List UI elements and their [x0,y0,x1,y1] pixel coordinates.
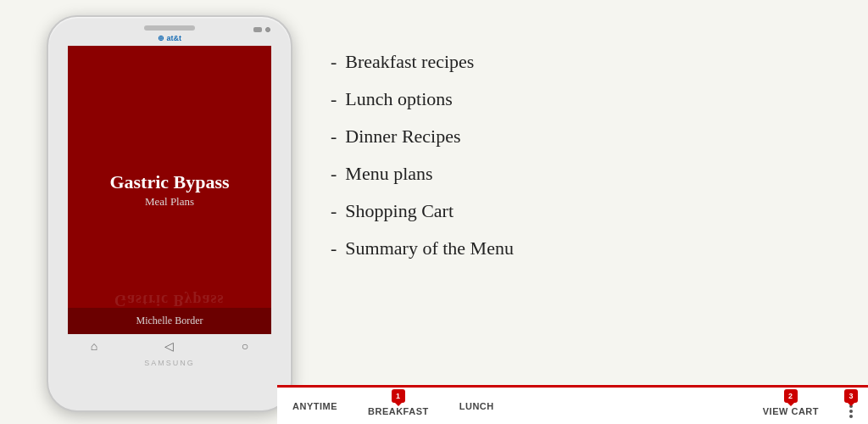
breakfast-label: BREAKFAST [368,406,429,416]
screen-author: Michelle Border [68,308,271,334]
toolbar-lunch[interactable]: LUNCH [444,388,509,424]
search-icon[interactable]: ○ [242,340,248,354]
camera-dot [265,27,270,32]
list-item: - Dinner Recipes [331,126,822,148]
breakfast-badge: 1 [392,389,405,403]
screen-title: Gastric Bypass [109,171,229,193]
feature-text: Dinner Recipes [345,126,460,148]
dash: - [331,200,337,222]
nav-icons-row: ⌂ ◁ ○ [57,339,282,354]
feature-list: - Breakfast recipes - Lunch options - Di… [331,51,822,259]
toolbar-viewcart[interactable]: 2 VIEW CART [748,388,834,424]
camera-rect [253,27,262,32]
brand-text: SAMSUNG [144,359,195,367]
feature-list-area: - Breakfast recipes - Lunch options - Di… [331,51,822,259]
list-item: - Summary of the Menu [331,237,822,259]
dash: - [331,88,337,110]
viewcart-label: VIEW CART [763,406,819,416]
phone-cameras [253,27,270,32]
more-badge: 3 [844,389,858,403]
list-item: - Lunch options [331,88,822,110]
screen-subtitle: Meal Plans [145,195,194,209]
feature-text: Shopping Cart [345,200,453,222]
anytime-label: ANYTIME [292,401,337,411]
list-item: - Breakfast recipes [331,51,822,73]
list-item: - Menu plans [331,163,822,185]
dash: - [331,163,337,185]
phone-screen: Gastric Bypass Meal Plans Gastric Bypass… [68,46,271,334]
phone-nav: ⌂ ◁ ○ [48,334,291,359]
toolbar-spacer [509,388,748,424]
feature-text: Summary of the Menu [345,237,514,259]
list-item: - Shopping Cart [331,200,822,222]
feature-text: Lunch options [345,88,453,110]
carrier-row: ⊕ at&t [158,34,181,42]
dash: - [331,51,337,73]
dot-3 [849,415,853,418]
at-logo: ⊕ at&t [158,34,181,42]
phone-speaker [144,25,195,31]
toolbar-anytime[interactable]: ANYTIME [277,388,353,424]
home-icon[interactable]: ⌂ [91,340,97,354]
phone-device: ⊕ at&t Gastric Bypass Meal Plans Gastric… [47,15,292,412]
phone-shell: ⊕ at&t Gastric Bypass Meal Plans Gastric… [47,15,292,412]
phone-brand-label: SAMSUNG [144,359,195,374]
dot-2 [849,410,853,413]
feature-text: Menu plans [345,163,432,185]
toolbar-breakfast[interactable]: 1 BREAKFAST [353,388,444,424]
lunch-label: LUNCH [459,401,494,411]
dash: - [331,126,337,148]
dash: - [331,237,337,259]
back-icon[interactable]: ◁ [164,339,174,354]
toolbar-more[interactable]: 3 [834,388,868,424]
app-toolbar: ANYTIME 1 BREAKFAST LUNCH 2 VIEW CART 3 [277,385,868,424]
feature-text: Breakfast recipes [345,51,474,73]
screen-reflection: Gastric Bypass [114,291,225,309]
viewcart-badge: 2 [784,389,798,403]
